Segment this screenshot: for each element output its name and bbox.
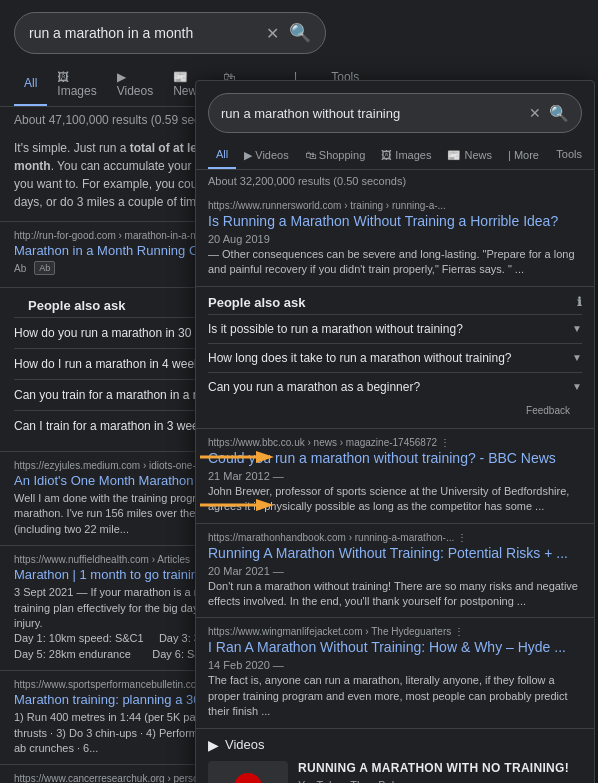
back-clear-icon[interactable]: ✕ xyxy=(266,24,279,43)
front-handbook-desc: Don't run a marathon without training! T… xyxy=(208,579,582,610)
front-video-1-title: Running a MARATHON with NO TRAINING! xyxy=(298,761,582,775)
front-result-handbook: https://marathonhandbook.com › running-a… xyxy=(196,524,594,619)
front-videos-section: ▶ Videos ▶ 15:48 Running a MARATHON with… xyxy=(196,729,594,783)
back-tab-videos[interactable]: ▶ Videos xyxy=(107,62,163,106)
front-search-input[interactable] xyxy=(221,106,529,121)
front-paa-item-3[interactable]: Can you run a marathon as a beginner? ▼ xyxy=(208,372,582,401)
back-tab-images[interactable]: 🖼 Images xyxy=(47,62,106,106)
front-result-stats: About 32,200,000 results (0.50 seconds) xyxy=(196,170,594,192)
annotation-arrow-2 xyxy=(195,490,275,524)
front-result-hyde: https://www.wingmanlifejacket.com › The … xyxy=(196,618,594,728)
front-video-1-thumb: ▶ 15:48 xyxy=(208,761,288,783)
front-clear-icon[interactable]: ✕ xyxy=(529,105,541,121)
front-main-title[interactable]: Is Running a Marathon Without Training a… xyxy=(208,213,582,229)
front-handbook-date: 20 Mar 2021 — xyxy=(208,565,582,577)
front-paa-chevron-1: ▼ xyxy=(572,323,582,334)
front-videos-title: ▶ Videos xyxy=(208,737,582,753)
front-tab-all[interactable]: All xyxy=(208,141,236,169)
front-paa-item-1[interactable]: Is it possible to run a marathon without… xyxy=(208,314,582,343)
front-paa-chevron-3: ▼ xyxy=(572,381,582,392)
front-video-1-info: Running a MARATHON with NO TRAINING! You… xyxy=(298,761,582,783)
front-paa-section: People also ask ℹ Is it possible to run … xyxy=(196,287,594,429)
front-hyde-date: 14 Feb 2020 — xyxy=(208,659,582,671)
back-search-bar[interactable]: ✕ 🔍 xyxy=(14,12,326,54)
back-tab-all[interactable]: All xyxy=(14,62,47,106)
front-video-1-channel: YouTube · Theo Baker xyxy=(298,779,582,783)
front-main-result: https://www.runnersworld.com › training … xyxy=(196,192,594,287)
front-tab-news[interactable]: 📰 News xyxy=(439,141,500,169)
back-search-input[interactable] xyxy=(29,25,266,41)
front-hyde-desc: The fact is, anyone can run a marathon, … xyxy=(208,673,582,719)
front-main-desc: — Other consequences can be severe and l… xyxy=(208,247,582,278)
front-tab-more[interactable]: | More xyxy=(500,141,547,169)
front-tabs: All ▶ Videos 🛍 Shopping 🖼 Images 📰 News … xyxy=(196,141,594,170)
front-tab-videos[interactable]: ▶ Videos xyxy=(236,141,297,169)
front-handbook-url: https://marathonhandbook.com › running-a… xyxy=(208,532,582,543)
front-video-1-play: ▶ xyxy=(234,773,262,783)
front-tab-images[interactable]: 🖼 Images xyxy=(373,141,439,169)
front-video-1[interactable]: ▶ 15:48 Running a MARATHON with NO TRAIN… xyxy=(208,761,582,783)
front-tab-tools[interactable]: Tools xyxy=(556,141,582,169)
front-hyde-title[interactable]: I Ran A Marathon Without Training: How &… xyxy=(208,639,582,655)
annotation-arrow-1 xyxy=(195,442,275,476)
front-search-panel: ✕ 🔍 All ▶ Videos 🛍 Shopping 🖼 Images 📰 N… xyxy=(195,80,595,783)
back-search-icon[interactable]: 🔍 xyxy=(289,22,311,44)
back-ad-badge: Ab xyxy=(34,261,55,275)
front-paa-item-2[interactable]: How long does it take to run a marathon … xyxy=(208,343,582,372)
front-handbook-title[interactable]: Running A Marathon Without Training: Pot… xyxy=(208,545,582,561)
front-search-icon[interactable]: 🔍 xyxy=(549,104,569,123)
front-paa-title: People also ask ℹ xyxy=(208,287,582,314)
front-search-bar[interactable]: ✕ 🔍 xyxy=(208,93,582,133)
front-paa-info-icon: ℹ xyxy=(577,295,582,309)
front-paa-chevron-2: ▼ xyxy=(572,352,582,363)
front-main-date: 20 Aug 2019 xyxy=(208,233,582,245)
front-tab-shopping[interactable]: 🛍 Shopping xyxy=(297,141,374,169)
front-main-url: https://www.runnersworld.com › training … xyxy=(208,200,582,211)
front-feedback[interactable]: Feedback xyxy=(208,401,582,420)
front-hyde-url: https://www.wingmanlifejacket.com › The … xyxy=(208,626,582,637)
